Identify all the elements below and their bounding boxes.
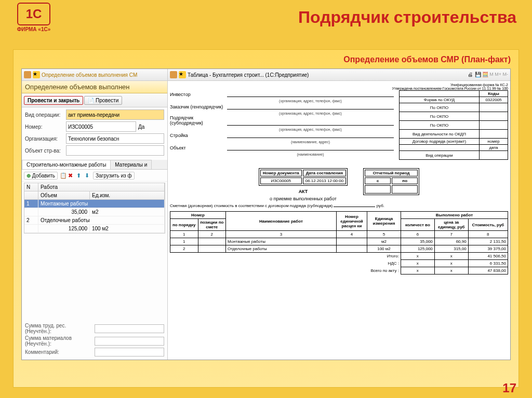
material-sum-input[interactable] — [95, 337, 164, 346]
material-sum-label: Сумма материалов (Неучтён.): — [25, 335, 92, 347]
totals-row: Всего по акту :xx47 838,00 — [170, 267, 508, 275]
form-fields: Вид операции: Номер: Да Организация: Объ… — [22, 107, 167, 158]
col-unit[interactable]: Ед.изм. — [90, 191, 165, 200]
print-preview: ★ Таблица - Бухгалтерия строит... (1С:Пр… — [168, 69, 510, 360]
col-n[interactable]: N — [24, 183, 38, 191]
titlebar: ★ Определение объемов выполнения СМ — [22, 69, 167, 81]
table-row[interactable]: 125,000 100 м2 — [24, 225, 165, 233]
load-button[interactable]: Загрузить из ф — [93, 172, 135, 180]
form-toolbar: Провести и закрыть 📄 Провести — [22, 93, 167, 107]
m-icons[interactable]: M M+ M- — [489, 72, 508, 78]
save-icon[interactable]: 💾 — [475, 72, 481, 78]
form-note2: Утверждена постановлением Госкомстата Ро… — [170, 87, 508, 90]
op-type-label: Вид операции: — [25, 112, 64, 118]
table-row[interactable]: 35,000 м2 — [24, 208, 165, 216]
subtitle: Определение объемов СМР (План-факт) — [21, 55, 511, 64]
col-work[interactable]: Работа — [38, 183, 165, 191]
page-title: Подрядчик строительства — [298, 8, 516, 27]
content-area: Определение объемов СМР (План-факт) ★ Оп… — [13, 49, 519, 388]
org-label: Организация: — [25, 136, 64, 142]
labor-sum-input[interactable] — [95, 324, 164, 333]
codes-table: Коды Форма по ОКУД0322005 По ОКПО По ОКП… — [399, 90, 508, 160]
object-input[interactable] — [66, 145, 164, 156]
date-label: Да — [138, 124, 144, 130]
star-icon[interactable]: ★ — [179, 71, 186, 78]
form-note: Унифицированная форма № КС-2 — [170, 83, 508, 87]
col-vol[interactable]: Объем — [38, 191, 90, 200]
ks2-document: Унифицированная форма № КС-2 Утверждена … — [170, 83, 508, 275]
op-type-input[interactable] — [66, 109, 164, 120]
star-icon[interactable]: ★ — [33, 71, 40, 78]
bottom-fields: Сумма труд. рес. (Неучтён.): Сумма матер… — [22, 321, 167, 360]
app-window: ★ Определение объемов выполнения СМ Опре… — [21, 68, 511, 360]
comment-label: Комментарий: — [25, 349, 92, 355]
delete-icon[interactable]: ✖ — [68, 172, 74, 179]
copy-icon[interactable]: 📋 — [60, 172, 66, 179]
post-and-close-button[interactable]: Провести и закрыть — [24, 96, 83, 105]
form-header: Определение объемов выполнен — [22, 81, 167, 93]
calc-icon[interactable]: 🧮 — [482, 72, 488, 78]
page-number: 17 — [502, 381, 516, 395]
akt-number-table: Номер документаДата составления ИЗС00005… — [259, 168, 348, 186]
table-row[interactable]: 1 Монтажные работы — [24, 200, 165, 208]
labor-sum-label: Сумма труд. рес. (Неучтён.): — [25, 323, 92, 334]
logo: 1С ФИРМА «1С» — [10, 3, 57, 34]
move-down-icon[interactable]: ⬇ — [85, 172, 91, 179]
print-icon[interactable]: 🖨 — [468, 72, 474, 78]
cost-line: Сметная (договорная) стоимость в соответ… — [170, 203, 508, 208]
table-row: 1Монтажные работым235,00060,902 131,50 — [170, 238, 508, 245]
table-row: 2Отделочные работы100 м2125,000315,0039 … — [170, 245, 508, 253]
add-button[interactable]: ⊕ Добавить — [24, 172, 58, 180]
totals-row: Итого:xx41 506,50 — [170, 253, 508, 260]
org-input[interactable] — [66, 133, 164, 144]
app-icon — [170, 71, 177, 78]
object-label: Объект стр-ва: — [25, 148, 64, 154]
tab-construction[interactable]: Строительно-монтажные работы — [22, 160, 111, 169]
tab-materials[interactable]: Материалы и — [110, 160, 152, 169]
period-table: Отчетный период спо — [363, 168, 419, 195]
tabbar: Строительно-монтажные работы Материалы и — [22, 160, 167, 170]
table-row[interactable]: 2 Отделочные работы — [24, 216, 165, 225]
post-button[interactable]: 📄 Провести — [84, 96, 122, 105]
tab-title-right: Таблица - Бухгалтерия строит... (1С:Пред… — [188, 72, 309, 78]
totals-row: НДС :xx6 331,50 — [170, 260, 508, 267]
tab-title-left[interactable]: Определение объемов выполнения СМ — [42, 72, 137, 78]
akt-subtitle: о приемке выполненных работ — [259, 196, 348, 201]
number-label: Номер: — [25, 124, 64, 130]
app-icon — [24, 71, 31, 78]
comment-input[interactable] — [95, 348, 164, 356]
form-pane: ★ Определение объемов выполнения СМ Опре… — [22, 69, 168, 360]
works-table: Номер Наименование работ Номер единичной… — [170, 211, 508, 275]
grid-toolbar: ⊕ Добавить 📋 ✖ ⬆ ⬇ Загрузить из ф — [22, 170, 167, 182]
number-input[interactable] — [66, 121, 136, 132]
works-grid: N Работа Объем Ед.изм. 1 Монтажные работ… — [24, 183, 165, 234]
move-up-icon[interactable]: ⬆ — [76, 172, 83, 179]
akt-title: АКТ — [259, 189, 348, 194]
